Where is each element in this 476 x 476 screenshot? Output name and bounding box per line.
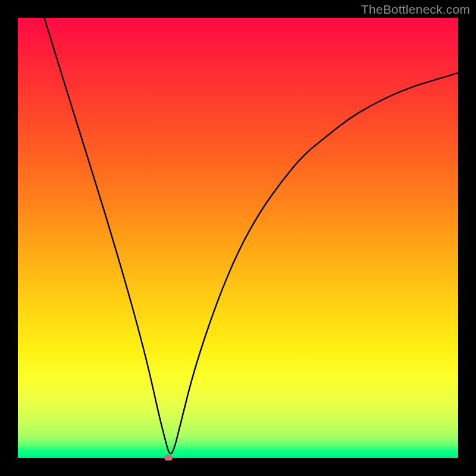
watermark-text: TheBottleneck.com (361, 2, 470, 17)
chart-frame: TheBottleneck.com (0, 0, 476, 476)
plot-area (18, 18, 458, 458)
bottleneck-curve (18, 18, 458, 458)
curve-path (44, 18, 458, 453)
minimum-marker (164, 455, 173, 461)
